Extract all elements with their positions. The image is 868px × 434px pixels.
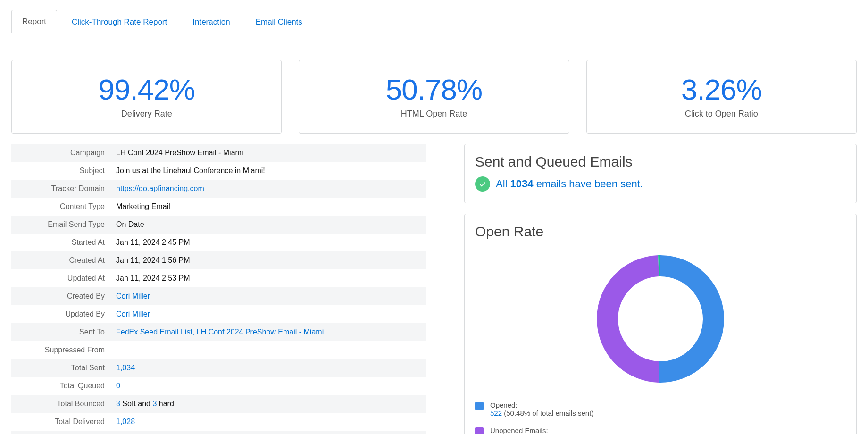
metric-click-to-open: 3.26% Click to Open Ratio bbox=[586, 60, 857, 134]
sent-queued-panel: Sent and Queued Emails All 1034 emails h… bbox=[464, 144, 857, 203]
row-value: 99.42% bbox=[110, 431, 426, 434]
table-row: Suppressed From bbox=[11, 341, 426, 359]
row-label: Suppressed From bbox=[11, 341, 110, 359]
metric-cards: 99.42% Delivery Rate 50.78% HTML Open Ra… bbox=[11, 60, 857, 134]
row-value: Jan 11, 2024 1:56 PM bbox=[110, 251, 426, 269]
tab-email-clients[interactable]: Email Clients bbox=[245, 10, 313, 33]
panel-title: Sent and Queued Emails bbox=[475, 154, 846, 170]
table-row: Updated By Cori Miller bbox=[11, 305, 426, 323]
metric-delivery-rate: 99.42% Delivery Rate bbox=[11, 60, 282, 134]
open-rate-donut-chart bbox=[475, 248, 846, 390]
row-label: Sent To bbox=[11, 323, 110, 341]
metric-html-open-rate: 50.78% HTML Open Rate bbox=[299, 60, 569, 134]
row-label: Campaign bbox=[11, 144, 110, 162]
check-icon bbox=[475, 176, 490, 192]
row-label: Total Queued bbox=[11, 377, 110, 395]
table-row: Created At Jan 11, 2024 1:56 PM bbox=[11, 251, 426, 269]
row-value: 3 Soft and 3 hard bbox=[110, 395, 426, 413]
total-queued-link[interactable]: 0 bbox=[116, 382, 120, 390]
created-by-link[interactable]: Cori Miller bbox=[116, 292, 150, 300]
metric-value: 3.26% bbox=[596, 73, 847, 106]
legend-opened: Opened: 522 (50.48% of total emails sent… bbox=[475, 401, 846, 417]
table-row: Sent To FedEx Seed Email List, LH Conf 2… bbox=[11, 323, 426, 341]
sent-count: 1034 bbox=[510, 178, 534, 190]
table-row: Subject Join us at the Linehaul Conferen… bbox=[11, 162, 426, 180]
updated-by-link[interactable]: Cori Miller bbox=[116, 310, 150, 318]
legend-count[interactable]: 522 bbox=[490, 409, 502, 417]
row-label: Started At bbox=[11, 234, 110, 251]
row-value: On Date bbox=[110, 216, 426, 234]
row-value: LH Conf 2024 PreShow Email - Miami bbox=[110, 144, 426, 162]
sent-status: All 1034 emails have been sent. bbox=[475, 176, 846, 192]
table-row: Created By Cori Miller bbox=[11, 287, 426, 305]
campaign-details-table: Campaign LH Conf 2024 PreShow Email - Mi… bbox=[11, 144, 426, 434]
open-rate-panel: Open Rate Opened: 522 (50.48% of total e… bbox=[464, 214, 857, 434]
table-row: Campaign LH Conf 2024 PreShow Email - Mi… bbox=[11, 144, 426, 162]
row-label: Total Bounced bbox=[11, 395, 110, 413]
bounced-hard-link[interactable]: 3 bbox=[152, 400, 157, 408]
table-row: Total Delivered 1,028 bbox=[11, 413, 426, 431]
legend-swatch bbox=[475, 427, 484, 434]
total-delivered-link[interactable]: 1,028 bbox=[116, 417, 135, 426]
row-label: Email Send Type bbox=[11, 216, 110, 234]
row-label: Created By bbox=[11, 287, 110, 305]
metric-label: HTML Open Rate bbox=[309, 109, 559, 119]
row-label: Updated At bbox=[11, 269, 110, 287]
row-label: Total Delivered bbox=[11, 413, 110, 431]
table-row: Started At Jan 11, 2024 2:45 PM bbox=[11, 234, 426, 251]
tab-report[interactable]: Report bbox=[11, 10, 57, 33]
table-row: Tracker Domain https://go.apfinancing.co… bbox=[11, 180, 426, 198]
row-value: Marketing Email bbox=[110, 198, 426, 216]
row-label: Total Sent bbox=[11, 359, 110, 377]
tab-click-through[interactable]: Click-Through Rate Report bbox=[61, 10, 178, 33]
table-row: Email Send Type On Date bbox=[11, 216, 426, 234]
total-sent-link[interactable]: 1,034 bbox=[116, 364, 135, 372]
row-label: Created At bbox=[11, 251, 110, 269]
table-row: Delivery Rate 99.42% bbox=[11, 431, 426, 434]
row-label: Delivery Rate bbox=[11, 431, 110, 434]
row-label: Updated By bbox=[11, 305, 110, 323]
table-row: Total Queued 0 bbox=[11, 377, 426, 395]
row-value bbox=[110, 341, 426, 359]
metric-value: 99.42% bbox=[21, 73, 272, 106]
tracker-domain-link[interactable]: https://go.apfinancing.com bbox=[116, 184, 204, 192]
row-label: Tracker Domain bbox=[11, 180, 110, 198]
report-tabs: Report Click-Through Rate Report Interac… bbox=[11, 0, 857, 33]
table-row: Total Sent 1,034 bbox=[11, 359, 426, 377]
table-row: Content Type Marketing Email bbox=[11, 198, 426, 216]
row-label: Subject bbox=[11, 162, 110, 180]
legend-unopened: Unopened Emails: 506 (48.94% of total em… bbox=[475, 426, 846, 434]
row-label: Content Type bbox=[11, 198, 110, 216]
bounced-soft-link[interactable]: 3 bbox=[116, 400, 120, 408]
row-value: Jan 11, 2024 2:45 PM bbox=[110, 234, 426, 251]
sent-to-link[interactable]: FedEx Seed Email List, LH Conf 2024 PreS… bbox=[116, 328, 324, 336]
donut-legend: Opened: 522 (50.48% of total emails sent… bbox=[475, 401, 846, 434]
row-value: Join us at the Linehaul Conference in Mi… bbox=[110, 162, 426, 180]
panel-title: Open Rate bbox=[475, 224, 846, 240]
metric-value: 50.78% bbox=[309, 73, 559, 106]
table-row: Total Bounced 3 Soft and 3 hard bbox=[11, 395, 426, 413]
tab-interaction[interactable]: Interaction bbox=[182, 10, 241, 33]
metric-label: Delivery Rate bbox=[21, 109, 272, 119]
row-value: Jan 11, 2024 2:53 PM bbox=[110, 269, 426, 287]
metric-label: Click to Open Ratio bbox=[596, 109, 847, 119]
table-row: Updated At Jan 11, 2024 2:53 PM bbox=[11, 269, 426, 287]
legend-swatch bbox=[475, 402, 484, 410]
